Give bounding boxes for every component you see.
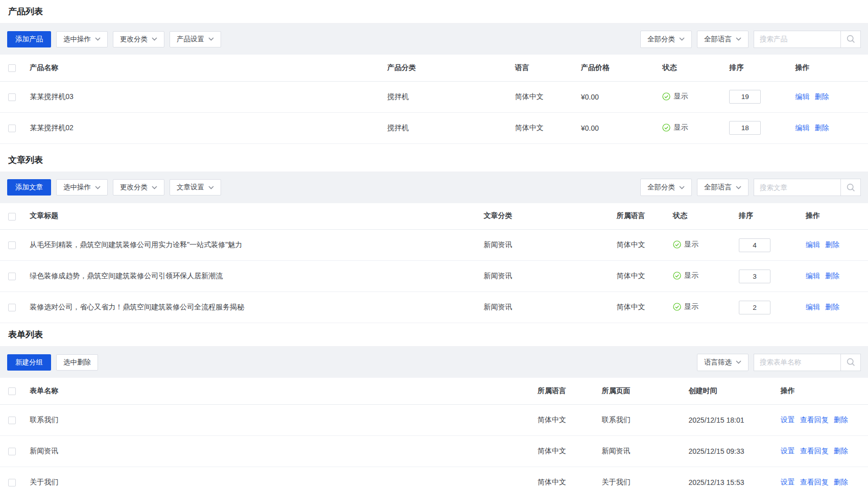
edit-link[interactable]: 编辑: [806, 303, 820, 311]
select-all-checkbox[interactable]: [8, 213, 16, 221]
cell-language: 简体中文: [531, 404, 595, 435]
dropdown-label: 选中操作: [63, 183, 91, 192]
change-category-dropdown[interactable]: 更改分类: [113, 31, 164, 47]
chevron-down-icon: [736, 360, 741, 364]
change-category-dropdown[interactable]: 更改分类: [113, 179, 164, 196]
table-row: 联系我们简体中文联系我们2025/12/15 18:01设置查看回复删除: [0, 404, 868, 435]
category-filter-dropdown[interactable]: 全部分类: [640, 31, 692, 48]
settings-link[interactable]: 设置: [781, 416, 795, 424]
cell-page: 关于我们: [595, 467, 682, 488]
delete-link[interactable]: 删除: [815, 124, 829, 132]
status-badge: 显示: [662, 123, 688, 132]
delete-link[interactable]: 删除: [815, 92, 829, 101]
row-checkbox[interactable]: [8, 479, 16, 486]
view-replies-link[interactable]: 查看回复: [800, 478, 829, 486]
table-row: 新闻资讯简体中文新闻资讯2025/12/15 09:33设置查看回复删除: [0, 435, 868, 467]
column-header: 创建时间: [682, 378, 774, 404]
cell-name: 新闻资讯: [22, 435, 531, 467]
add-article-button[interactable]: 添加文章: [7, 179, 51, 196]
row-checkbox[interactable]: [8, 125, 16, 132]
status-visible-icon: [673, 303, 681, 311]
cell-name: 某某搅拌机03: [22, 81, 380, 112]
button-label: 选中删除: [63, 358, 91, 367]
sort-input[interactable]: [739, 238, 770, 252]
product-settings-dropdown[interactable]: 产品设置: [170, 31, 221, 47]
add-product-button[interactable]: 添加产品: [7, 31, 51, 47]
row-checkbox[interactable]: [8, 273, 16, 280]
selected-actions-dropdown[interactable]: 选中操作: [56, 31, 108, 47]
delete-link[interactable]: 删除: [825, 272, 839, 280]
search-button[interactable]: [840, 354, 861, 371]
search-article-input[interactable]: [754, 179, 840, 196]
row-checkbox[interactable]: [8, 417, 16, 424]
cell-category: 搅拌机: [380, 112, 508, 143]
delete-link[interactable]: 删除: [825, 240, 839, 249]
column-header: 所属语言: [531, 378, 595, 404]
row-checkbox[interactable]: [8, 241, 16, 249]
row-checkbox[interactable]: [8, 448, 16, 455]
status-text: 显示: [673, 92, 688, 101]
language-filter-dropdown[interactable]: 全部语言: [697, 179, 749, 196]
select-all-checkbox[interactable]: [8, 64, 16, 72]
cell-name: 关于我们: [22, 467, 531, 488]
search-icon: [847, 183, 855, 192]
article-settings-dropdown[interactable]: 文章设置: [170, 179, 221, 196]
sort-input[interactable]: [739, 301, 770, 314]
search-form-input[interactable]: [754, 354, 840, 371]
row-checkbox[interactable]: [8, 93, 16, 101]
dropdown-label: 选中操作: [63, 35, 91, 44]
status-visible-icon: [673, 272, 681, 280]
column-header: 表单名称: [22, 378, 531, 404]
edit-link[interactable]: 编辑: [806, 272, 820, 280]
delete-link[interactable]: 删除: [834, 416, 848, 424]
search-icon: [847, 358, 855, 367]
delete-link[interactable]: 删除: [834, 447, 848, 455]
cell-category: 新闻资讯: [476, 261, 609, 292]
delete-selected-button[interactable]: 选中删除: [56, 354, 98, 371]
column-header: 文章分类: [476, 203, 609, 230]
view-replies-link[interactable]: 查看回复: [800, 416, 829, 424]
edit-link[interactable]: 编辑: [806, 240, 820, 249]
edit-link[interactable]: 编辑: [795, 92, 810, 101]
search-icon: [847, 35, 855, 43]
column-header: 操作: [799, 203, 868, 230]
new-group-button[interactable]: 新建分组: [7, 354, 51, 371]
cell-price: ¥0.00: [574, 112, 656, 143]
cell-page: 联系我们: [595, 404, 682, 435]
sort-input[interactable]: [729, 121, 761, 135]
sort-input[interactable]: [729, 90, 761, 104]
chevron-down-icon: [95, 186, 101, 189]
language-filter-dropdown[interactable]: 全部语言: [697, 31, 749, 48]
cell-category: 新闻资讯: [476, 292, 609, 323]
table-row: 某某搅拌机02搅拌机简体中文¥0.00显示编辑删除: [0, 112, 868, 143]
table-row: 从毛坯到精装，鼎筑空间建筑装修公司用实力诠释"一站式装修"魅力新闻资讯简体中文显…: [0, 230, 868, 261]
delete-link[interactable]: 删除: [825, 303, 839, 311]
select-all-checkbox[interactable]: [8, 387, 16, 395]
search-button[interactable]: [840, 31, 861, 48]
language-filter-dropdown[interactable]: 语言筛选: [697, 354, 749, 371]
chevron-down-icon: [736, 37, 741, 41]
column-header: 所属页面: [595, 378, 682, 404]
edit-link[interactable]: 编辑: [795, 124, 810, 132]
dropdown-label: 全部语言: [704, 183, 732, 192]
column-header: 状态: [655, 55, 722, 81]
view-replies-link[interactable]: 查看回复: [800, 447, 829, 455]
column-header: 状态: [666, 203, 732, 230]
search-product-input[interactable]: [754, 31, 840, 48]
sort-input[interactable]: [739, 270, 770, 283]
search-button[interactable]: [840, 179, 861, 196]
form-table: 表单名称所属语言所属页面创建时间操作 联系我们简体中文联系我们2025/12/1…: [0, 378, 868, 488]
products-toolbar: 添加产品 选中操作 更改分类 产品设置 全部分类 全部语言: [0, 23, 868, 55]
cell-language: 简体中文: [531, 467, 595, 488]
delete-link[interactable]: 删除: [834, 478, 848, 486]
selected-actions-dropdown[interactable]: 选中操作: [56, 179, 108, 196]
row-checkbox[interactable]: [8, 304, 16, 311]
page-title-forms: 表单列表: [0, 323, 868, 347]
category-filter-dropdown[interactable]: 全部分类: [640, 179, 692, 196]
settings-link[interactable]: 设置: [781, 447, 795, 455]
table-row: 关于我们简体中文关于我们2025/12/13 15:53设置查看回复删除: [0, 467, 868, 488]
dropdown-label: 全部语言: [704, 35, 732, 44]
page-title-products: 产品列表: [0, 0, 868, 23]
settings-link[interactable]: 设置: [781, 478, 795, 486]
cell-language: 简体中文: [531, 435, 595, 467]
